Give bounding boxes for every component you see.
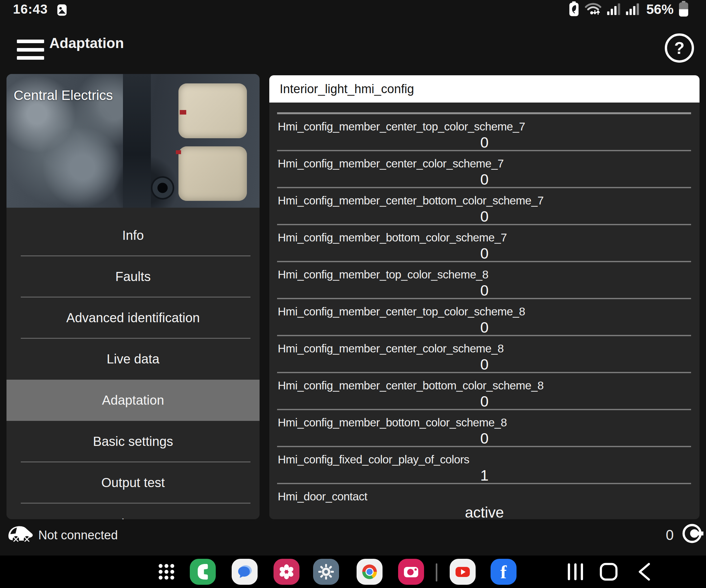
wifi-icon bbox=[584, 1, 602, 17]
app-drawer-icon[interactable] bbox=[153, 559, 180, 585]
dock-divider bbox=[436, 563, 437, 582]
signal-icon-1 bbox=[607, 1, 621, 17]
status-icons: 56% bbox=[568, 2, 689, 17]
parameter-value: 1 bbox=[269, 467, 700, 484]
parameter-value: 0 bbox=[269, 171, 700, 188]
parameter-row[interactable]: Hmi_config_fixed_color_play_of_colors1 bbox=[269, 447, 700, 484]
photo-seat bbox=[179, 146, 247, 201]
battery-saver-icon bbox=[568, 1, 580, 17]
battery-icon bbox=[678, 1, 689, 18]
parameter-name: Hmi_config_member_center_color_scheme_8 bbox=[278, 342, 504, 355]
connection-bar: Not connected 0 bbox=[0, 519, 706, 555]
parameter-row[interactable]: Hmi_config_member_center_bottom_color_sc… bbox=[269, 373, 700, 410]
photo-detail bbox=[180, 110, 186, 115]
home-button[interactable] bbox=[599, 563, 618, 582]
car-icon bbox=[7, 524, 34, 545]
photo-detail bbox=[151, 176, 174, 200]
messages-app-icon[interactable] bbox=[232, 559, 258, 585]
menu-item-advanced-identification[interactable]: Advanced identification bbox=[6, 297, 260, 339]
channel-selector[interactable]: Interior_light_hmi_config bbox=[269, 75, 700, 103]
parameter-row[interactable]: Hmi_config_member_bottom_color_scheme_70 bbox=[269, 225, 700, 262]
photo-detail bbox=[176, 150, 181, 154]
parameter-name: Hmi_config_member_center_top_color_schem… bbox=[278, 305, 525, 318]
connect-plug-icon[interactable] bbox=[681, 522, 705, 546]
parameter-value: 0 bbox=[269, 282, 700, 299]
parameter-row[interactable]: Hmi_config_member_center_top_color_schem… bbox=[269, 114, 700, 151]
page-title: Adaptation bbox=[49, 35, 124, 51]
parameter-row[interactable]: Hmi_config_member_bottom_color_scheme_80 bbox=[269, 410, 700, 447]
photo-seat bbox=[179, 83, 247, 138]
help-question-icon[interactable]: ? bbox=[665, 33, 694, 63]
module-menu: InfoFaultsAdvanced identificationLive da… bbox=[6, 208, 260, 519]
phone-app-icon[interactable] bbox=[190, 559, 216, 585]
menu-item-adaptation[interactable]: Adaptation bbox=[6, 380, 260, 421]
module-name: Central Electrics bbox=[14, 88, 113, 103]
facebook-app-icon[interactable]: f bbox=[491, 559, 516, 585]
parameter-name: Hmi_config_fixed_color_play_of_colors bbox=[278, 453, 469, 466]
parameter-row[interactable]: Hmi_config_member_center_bottom_color_sc… bbox=[269, 188, 700, 225]
menu-item-basic-settings[interactable]: Basic settings bbox=[6, 421, 260, 462]
settings-app-icon[interactable] bbox=[313, 559, 339, 585]
parameter-name: Hmi_config_member_center_color_scheme_7 bbox=[278, 157, 504, 170]
back-button[interactable] bbox=[636, 563, 652, 582]
menu-item-info[interactable]: Info bbox=[6, 215, 260, 256]
gallery-app-icon[interactable] bbox=[274, 559, 300, 585]
parameter-list[interactable]: Hmi_config_member_center_top_color_schem… bbox=[269, 103, 700, 519]
battery-percent: 56% bbox=[646, 2, 673, 17]
module-photo: Central Electrics bbox=[6, 74, 260, 208]
photo-detail bbox=[123, 74, 151, 208]
parameter-value: 0 bbox=[269, 319, 700, 336]
parameter-row[interactable]: Hmi_door_contactactive bbox=[269, 484, 700, 519]
parameter-value: 0 bbox=[269, 356, 700, 373]
connection-status: Not connected bbox=[38, 528, 118, 542]
clock: 16:43 bbox=[13, 2, 48, 16]
parameter-name: Hmi_config_member_center_top_color_schem… bbox=[278, 120, 525, 133]
channel-name: Interior_light_hmi_config bbox=[280, 82, 414, 96]
module-card: Central Electrics InfoFaultsAdvanced ide… bbox=[6, 74, 260, 519]
android-dock: f bbox=[0, 555, 706, 588]
parameter-value: 0 bbox=[269, 245, 700, 262]
parameter-row[interactable]: Hmi_config_member_center_color_scheme_80 bbox=[269, 336, 700, 373]
recents-button[interactable] bbox=[567, 563, 584, 582]
signal-icon-2 bbox=[626, 1, 640, 17]
parameter-name: Hmi_config_member_bottom_color_scheme_8 bbox=[278, 416, 507, 429]
parameter-value: active bbox=[269, 504, 700, 519]
menu-item-faults[interactable]: Faults bbox=[6, 256, 260, 297]
parameter-name: Hmi_config_member_center_bottom_color_sc… bbox=[278, 379, 543, 392]
hamburger-icon[interactable] bbox=[17, 40, 44, 60]
screen: 16:43 56% Adaptation ? bbox=[0, 0, 706, 588]
youtube-app-icon[interactable] bbox=[450, 559, 476, 585]
menu-item-live-data[interactable]: Live data bbox=[6, 339, 260, 380]
parameter-value: 0 bbox=[269, 208, 700, 225]
parameter-value: 0 bbox=[269, 134, 700, 151]
connection-counter: 0 bbox=[666, 527, 673, 543]
parameter-row[interactable]: Hmi_config_member_center_top_color_schem… bbox=[269, 299, 700, 336]
parameter-name: Hmi_door_contact bbox=[278, 490, 367, 503]
chrome-app-icon[interactable] bbox=[357, 559, 383, 585]
photo-notification-icon bbox=[56, 4, 68, 17]
parameter-name: Hmi_config_member_top_color_scheme_8 bbox=[278, 268, 488, 281]
menu-item-security-access[interactable]: Security access bbox=[6, 503, 260, 519]
parameter-value: 0 bbox=[269, 430, 700, 447]
parameter-value: 0 bbox=[269, 393, 700, 410]
parameter-name: Hmi_config_member_center_bottom_color_sc… bbox=[278, 194, 543, 207]
parameter-name: Hmi_config_member_bottom_color_scheme_7 bbox=[278, 231, 507, 244]
camera-app-icon[interactable] bbox=[398, 559, 424, 585]
app-bar: Adaptation ? bbox=[0, 18, 706, 73]
status-bar: 16:43 56% bbox=[0, 0, 706, 18]
parameter-row[interactable]: Hmi_config_member_center_color_scheme_70 bbox=[269, 151, 700, 188]
parameter-row[interactable]: Hmi_config_member_top_color_scheme_80 bbox=[269, 262, 700, 299]
menu-item-output-test[interactable]: Output test bbox=[6, 462, 260, 503]
